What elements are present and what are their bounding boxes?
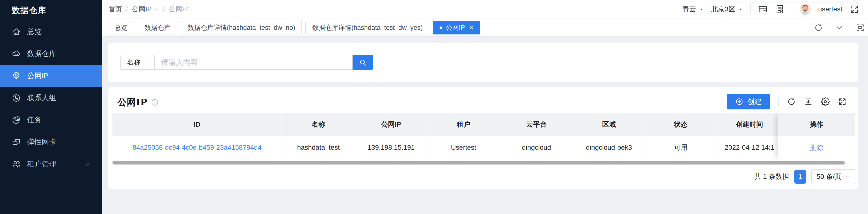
tab-actions [808,21,865,34]
sidebar-item-tasks[interactable]: 任务 [0,109,102,131]
settings-gear-icon[interactable] [821,97,830,106]
breadcrumb-public-ip-dropdown[interactable]: 公网IP [132,5,159,14]
search-box: 名称 [120,55,373,70]
active-dot [440,26,442,29]
search-input[interactable] [155,55,352,70]
sidebar-item-overview[interactable]: 总览 [0,21,102,43]
delete-link[interactable]: 删除 [810,143,824,152]
column-header-id: ID [113,113,282,136]
sidebar-item-contact-groups[interactable]: 联系人组 [0,87,102,109]
avatar-illustration [800,4,811,15]
public-ip-panel: 公网IP 创建 ID 名称 公网IP 租户 云平台 区域 状态 创建 [108,87,858,189]
breadcrumb-separator: / [163,5,165,13]
sidebar-item-label: 总览 [27,27,42,37]
cell-tenant: Usertest [428,136,500,159]
sidebar-item-tenant-management[interactable]: 租户管理 [0,153,102,175]
org-selector[interactable]: 青云 [683,5,704,14]
column-header-zone: 区域 [574,113,645,136]
popup-remnant [724,0,856,2]
cell-created: 2022-04-12 14:1 [717,136,782,159]
tab-bar: 总览 数据仓库 数据仓库详情(hashdata_test_dw_no) 数据仓库… [102,19,868,37]
cell-status: 可用 [645,136,717,159]
column-header-name: 名称 [282,113,355,136]
column-header-actions: 操作 [778,113,856,136]
sidebar: 数据仓库 总览 数据仓库 公网IP 联系人组 任务 弹性网卡 租户管理 [0,0,102,214]
search-field-select[interactable]: 名称 [120,55,155,70]
sidebar-item-label: 数据仓库 [27,49,56,59]
document-audit-icon[interactable] [775,4,785,14]
fullscreen-expand-icon[interactable] [838,97,847,106]
divider [792,4,793,14]
breadcrumb-separator: / [126,5,128,13]
sticky-actions-column: 操作 删除 [778,113,856,160]
nic-card-icon [12,138,21,147]
username[interactable]: usertest [818,5,842,13]
total-count-label: 共 1 条数据 [754,172,789,181]
caret-down-icon [699,7,704,12]
search-panel: 名称 [108,43,858,82]
page-number-button[interactable]: 1 [794,169,806,184]
pagination: 共 1 条数据 1 50 条/页 [754,169,856,184]
panel-actions: 创建 [727,93,847,110]
table-row: 84a25058-dc94-4c0e-b459-23a4158794d4 has… [113,136,782,159]
horizontal-scrollbar [113,161,856,165]
column-header-tenant: 租户 [428,113,500,136]
sidebar-item-elastic-nic[interactable]: 弹性网卡 [0,131,102,153]
cell-name: hashdata_test [282,136,355,159]
tab-warehouse-detail-yes[interactable]: 数据仓库详情(hashdata_test_dw_yes) [305,21,429,34]
tab-warehouse-detail-no[interactable]: 数据仓库详情(hashdata_test_dw_no) [181,21,302,34]
breadcrumb-home[interactable]: 首页 [108,5,122,14]
column-header-public-ip: 公网IP [355,113,428,136]
tenants-people-icon [12,160,21,169]
fit-screen-icon[interactable] [856,23,865,32]
panel-title-row: 公网IP [118,96,159,108]
column-header-status: 状态 [645,113,717,136]
chevron-down-icon[interactable] [835,23,844,32]
content-area: 名称 公网IP 创建 ID [102,37,868,214]
region-selector[interactable]: 北京3区 [711,5,743,14]
user-avatar[interactable] [800,4,811,15]
cell-zone: qingcloud-pek3 [574,136,645,159]
expand-arrows-icon[interactable] [849,4,859,14]
sidebar-item-warehouse[interactable]: 数据仓库 [0,43,102,65]
divider [778,97,779,107]
app-title: 数据仓库 [0,0,102,21]
column-header-platform: 云平台 [500,113,574,136]
chevron-down-icon [845,174,850,179]
contact-phone-icon [12,93,21,103]
plus-circle-icon [735,98,743,106]
row-id-link[interactable]: 84a25058-dc94-4c0e-b459-23a4158794d4 [132,144,261,152]
search-icon [359,58,367,67]
row-height-icon[interactable] [804,97,813,106]
sidebar-item-public-ip[interactable]: 公网IP [0,65,102,87]
search-button[interactable] [352,55,373,70]
chevron-down-icon [143,60,148,65]
tab-warehouse[interactable]: 数据仓库 [137,21,177,34]
divider [829,23,829,33]
topbar: 首页 / 公网IP / 公网IP 青云 北京3区 [102,0,868,19]
scrollbar-thumb[interactable] [113,161,845,164]
refresh-icon[interactable] [814,23,823,32]
tab-overview[interactable]: 总览 [107,21,134,34]
cell-actions: 删除 [778,136,856,159]
cell-platform: qingcloud [500,136,574,159]
sidebar-item-label: 租户管理 [27,159,56,169]
billing-card-icon[interactable] [758,4,768,14]
tab-public-ip-active[interactable]: 公网IP × [433,21,480,34]
sidebar-item-label: 弹性网卡 [27,137,56,147]
info-icon[interactable] [151,99,159,106]
tabs: 总览 数据仓库 数据仓库详情(hashdata_test_dw_no) 数据仓库… [107,21,480,34]
sidebar-item-label: 任务 [27,115,42,125]
table: ID 名称 公网IP 租户 云平台 区域 状态 创建时间 84a25058-dc… [113,113,856,160]
create-button[interactable]: 创建 [727,94,770,109]
close-tab-icon[interactable]: × [469,24,474,31]
breadcrumb-current: 公网IP [169,5,188,14]
pie-chart-icon [12,115,21,125]
home-icon [12,27,21,36]
warehouse-cloud-icon [12,49,21,58]
caret-down-icon [738,7,743,12]
refresh-icon[interactable] [787,97,796,106]
divider [808,23,808,33]
page-size-select[interactable]: 50 条/页 [811,169,856,184]
panel-title: 公网IP [118,96,147,108]
